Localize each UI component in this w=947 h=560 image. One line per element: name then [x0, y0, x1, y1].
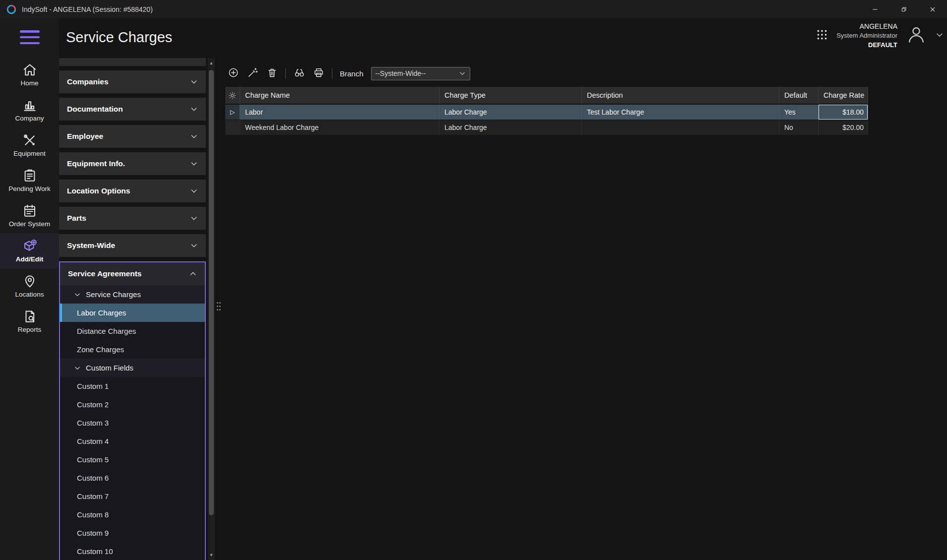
chevron-down-icon — [190, 132, 198, 140]
locations-icon — [22, 274, 37, 289]
section-header-service-agreements[interactable]: Service Agreements — [60, 262, 205, 285]
column-chooser-button[interactable] — [225, 87, 240, 104]
find-button[interactable] — [293, 67, 305, 79]
add-button[interactable] — [227, 67, 239, 79]
expander-icon: ▷ — [230, 109, 235, 116]
add-edit-icon — [22, 239, 37, 253]
window-title: IndySoft - ANGELENA (Session: #588420) — [22, 5, 153, 13]
cell-charge-name[interactable]: Labor — [240, 105, 440, 120]
restore-icon — [900, 5, 908, 13]
tree-item-labor-charges[interactable]: Labor Charges — [60, 304, 205, 322]
cell-charge-type[interactable]: Labor Charge — [440, 105, 582, 120]
section-service-agreements: Service Agreements Service Charges Labor… — [59, 261, 206, 560]
chevron-up-icon — [189, 270, 197, 278]
scrollbar-thumb[interactable] — [209, 70, 214, 515]
tree-item-custom-4[interactable]: Custom 4 — [60, 432, 205, 450]
reports-icon — [22, 309, 37, 324]
section-header-location-options[interactable]: Location Options — [59, 180, 206, 202]
chevron-down-icon — [459, 70, 466, 77]
tree-item-custom-3[interactable]: Custom 3 — [60, 414, 205, 432]
sidebar-item-company[interactable]: Company — [0, 92, 59, 127]
sidebar-item-order-system[interactable]: Order System — [0, 198, 59, 233]
tree-item-custom-2[interactable]: Custom 2 — [60, 395, 205, 414]
delete-button[interactable] — [266, 67, 278, 79]
window-controls — [861, 0, 947, 18]
cell-default[interactable]: No — [779, 120, 819, 135]
nav-rail: Home Company Equipment Pending Work Orde… — [0, 18, 59, 560]
tree-item-custom-6[interactable]: Custom 6 — [60, 469, 205, 487]
branch-dropdown[interactable]: --System-Wide-- — [371, 67, 470, 80]
cell-charge-name[interactable]: Weekend Labor Charge — [240, 120, 440, 135]
toolbar-separator — [285, 68, 286, 79]
tree-item-distance-charges[interactable]: Distance Charges — [60, 322, 205, 340]
section-header-attributes[interactable]: Attributes — [59, 58, 206, 66]
sidebar-item-locations[interactable]: Locations — [0, 268, 59, 304]
scroll-up-icon[interactable]: ▲ — [208, 59, 215, 67]
titlebar: IndySoft - ANGELENA (Session: #588420) — [0, 0, 947, 18]
chevron-down-icon — [190, 78, 198, 86]
panel-scrollbar: ▲ ▼ — [208, 58, 215, 560]
section-header-documentation[interactable]: Documentation — [59, 98, 206, 121]
column-header-default[interactable]: Default — [779, 87, 819, 104]
grid-body: ▷ Labor Labor Charge Test Labor Charge Y… — [225, 105, 868, 135]
sidebar-item-pending-work[interactable]: Pending Work — [0, 163, 59, 198]
sidebar-item-home[interactable]: Home — [0, 57, 59, 92]
cell-charge-rate[interactable]: $18.00 — [819, 105, 868, 120]
section-header-employee[interactable]: Employee — [59, 125, 206, 148]
user-avatar-icon[interactable] — [905, 24, 927, 48]
apps-grid-icon[interactable] — [816, 28, 828, 43]
cell-description[interactable] — [582, 120, 779, 135]
table-row[interactable]: ▷ Labor Labor Charge Test Labor Charge Y… — [225, 105, 868, 120]
home-icon — [22, 62, 37, 77]
user-menu-chevron-icon[interactable] — [935, 30, 944, 41]
scroll-down-icon[interactable]: ▼ — [208, 551, 215, 559]
section-header-companies[interactable]: Companies — [59, 70, 206, 93]
chevron-down-icon — [190, 242, 198, 249]
cell-default[interactable]: Yes — [779, 105, 819, 120]
close-icon — [929, 5, 937, 13]
printer-icon — [313, 67, 324, 80]
tree-item-custom-8[interactable]: Custom 8 — [60, 505, 205, 524]
pending-work-icon — [22, 168, 37, 183]
equipment-icon — [22, 133, 37, 148]
tree-item-custom-1[interactable]: Custom 1 — [60, 377, 205, 395]
tree-item-custom-9[interactable]: Custom 9 — [60, 524, 205, 542]
panel-resize-handle[interactable] — [217, 302, 222, 315]
restore-button[interactable] — [889, 0, 918, 18]
cell-description[interactable]: Test Labor Charge — [582, 105, 779, 120]
minimize-button[interactable] — [861, 0, 889, 18]
tree-item-service-charges[interactable]: Service Charges — [60, 285, 205, 304]
hamburger-menu-icon[interactable] — [20, 30, 40, 44]
tree-item-zone-charges[interactable]: Zone Charges — [60, 340, 205, 359]
section-header-parts[interactable]: Parts — [59, 207, 206, 230]
close-button[interactable] — [918, 0, 947, 18]
column-header-charge-type[interactable]: Charge Type — [440, 87, 582, 104]
cell-charge-type[interactable]: Labor Charge — [440, 120, 582, 135]
edit-button[interactable] — [247, 67, 258, 79]
sidebar-item-reports[interactable]: Reports — [0, 304, 59, 339]
cell-charge-rate[interactable]: $20.00 — [819, 120, 868, 135]
column-header-description[interactable]: Description — [582, 87, 779, 104]
user-info: ANGELENA System Administrator DEFAULT — [836, 21, 897, 50]
branch-dropdown-value: --System-Wide-- — [376, 69, 426, 77]
tree-item-custom-5[interactable]: Custom 5 — [60, 450, 205, 469]
sidebar-item-equipment[interactable]: Equipment — [0, 127, 59, 163]
column-header-charge-rate[interactable]: Charge Rate — [819, 87, 868, 104]
tree-item-custom-7[interactable]: Custom 7 — [60, 487, 205, 505]
nav-items: Home Company Equipment Pending Work Orde… — [0, 57, 59, 339]
print-button[interactable] — [313, 67, 324, 79]
toolbar: Branch --System-Wide-- — [216, 58, 947, 81]
row-expander[interactable]: ▷ — [225, 105, 240, 120]
binoculars-icon — [294, 67, 305, 80]
tree-item-custom-10[interactable]: Custom 10 — [60, 542, 205, 560]
section-header-equipment-info[interactable]: Equipment Info. — [59, 152, 206, 175]
toolbar-group-output — [293, 67, 324, 79]
row-expander[interactable]: ▷ — [225, 120, 240, 135]
section-header-system-wide[interactable]: System-Wide — [59, 234, 206, 257]
sidebar-item-add-edit[interactable]: Add/Edit — [0, 233, 59, 268]
column-header-charge-name[interactable]: Charge Name — [240, 87, 440, 104]
app-header: Service Charges ANGELENA System Administ… — [59, 18, 947, 58]
table-row[interactable]: ▷ Weekend Labor Charge Labor Charge No $… — [225, 120, 868, 135]
service-agreements-tree: Service Charges Labor Charges Distance C… — [60, 285, 205, 560]
tree-item-custom-fields[interactable]: Custom Fields — [60, 359, 205, 377]
